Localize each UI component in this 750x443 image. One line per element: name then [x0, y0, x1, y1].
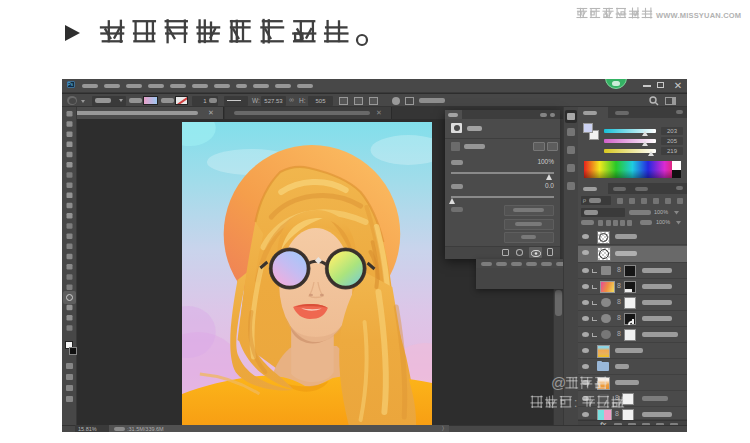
svg-text:@: @ — [551, 374, 566, 391]
svg-text::: : — [574, 396, 577, 410]
